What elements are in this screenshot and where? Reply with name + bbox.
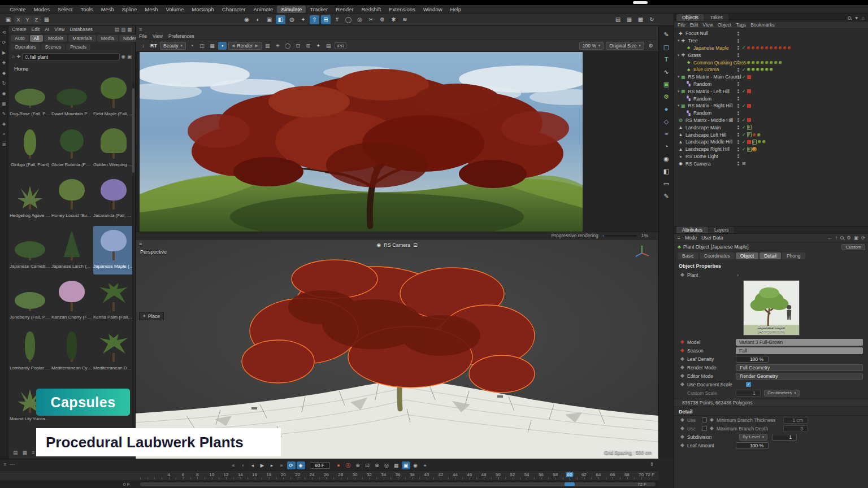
home-icon[interactable]: ⌂ xyxy=(12,54,15,59)
cut-icon[interactable]: ✂ xyxy=(366,15,376,24)
subdivision-mode-select[interactable]: By Level▾ xyxy=(739,434,767,441)
frame-tick-44[interactable]: 44 xyxy=(452,472,459,477)
attr-burger-icon[interactable]: ≡ xyxy=(678,235,680,241)
object-item-rs-matrix-left-hill[interactable]: ▾▦RS Matrix - Left Hill✓ xyxy=(674,88,868,95)
asset-item-honey-locust-sunbur[interactable]: Honey Locust 'Sunbur... xyxy=(51,175,93,224)
attr-tab-detail[interactable]: Detail xyxy=(760,252,781,259)
min-branch-input[interactable]: 1 cm xyxy=(783,417,808,424)
clock-icon[interactable]: ◔ xyxy=(665,143,669,150)
texture-tag-icon[interactable] xyxy=(770,68,773,71)
object-item-grass[interactable]: ▾✚Grass xyxy=(674,51,868,59)
thumbnail-view-icon[interactable]: ▤ xyxy=(13,450,18,455)
asset-item-japanese-camellia-fal[interactable]: Japanese Camellia (Fal... xyxy=(10,226,51,274)
object-item-random[interactable]: ▚Random xyxy=(674,95,868,102)
color-picker-icon[interactable]: ◔ xyxy=(188,42,196,50)
asset-menu-ai[interactable]: AI xyxy=(45,27,49,32)
rotate-tool-icon[interactable]: ↻ xyxy=(2,81,6,86)
object-item-landscape-middle-hill[interactable]: ▲Landscape Middle Hill✓F xyxy=(674,138,868,146)
save-image-icon[interactable]: ↓ xyxy=(139,42,147,50)
magic-solo-icon[interactable]: ✦ xyxy=(298,15,308,24)
fullscreen-icon[interactable]: ⊞ xyxy=(304,42,313,50)
asset-item-field-maple-fall-plant[interactable]: Field Maple (Fall, Plant) xyxy=(93,73,134,122)
render-nav-select[interactable]: ◀Render▶ xyxy=(228,42,262,50)
modeling-icon[interactable]: ▦ xyxy=(2,102,6,106)
frame-tick-4[interactable]: 4 xyxy=(166,472,171,477)
viewport-menu-icon[interactable]: ≡ xyxy=(139,241,142,247)
om-search-icon[interactable] xyxy=(848,16,851,20)
filter-tab-media[interactable]: Media xyxy=(97,35,118,42)
attr-tab-object[interactable]: Object xyxy=(736,252,759,259)
snowflake-icon[interactable]: ✳ xyxy=(274,42,282,50)
render-view-icon[interactable]: ◉ xyxy=(242,15,251,24)
field-tag-icon[interactable]: F xyxy=(747,147,752,152)
om-menu-tags[interactable]: Tags xyxy=(736,22,746,28)
ipr-button[interactable]: IPR xyxy=(335,42,346,49)
enabled-check-icon[interactable]: ✓ xyxy=(742,117,746,123)
attr-lock-icon[interactable]: ▣ xyxy=(854,235,858,241)
user-data-button[interactable]: User Data xyxy=(701,235,723,241)
texture-tag-icon[interactable] xyxy=(774,61,778,64)
deformer-icon[interactable]: ◇ xyxy=(664,119,669,125)
texture-tag-icon[interactable] xyxy=(756,46,760,50)
list-view-icon[interactable]: ▦ xyxy=(23,450,28,455)
frame-tick-66[interactable]: 66 xyxy=(609,472,617,477)
frame-tick-36[interactable]: 36 xyxy=(394,472,402,477)
playhead[interactable] xyxy=(570,471,570,481)
paint-icon[interactable]: ✎ xyxy=(2,112,6,116)
field-sphere-icon[interactable]: ● xyxy=(665,106,669,112)
frame-tick-54[interactable]: 54 xyxy=(523,472,531,477)
menu-window[interactable]: Window xyxy=(419,6,446,13)
visibility-dots[interactable] xyxy=(737,104,739,108)
enabled-check-icon[interactable]: ✓ xyxy=(742,45,746,50)
cube-tool-icon[interactable]: ▢ xyxy=(663,44,669,50)
expander-icon[interactable]: ▾ xyxy=(678,75,680,79)
loop-mode-icon[interactable]: ⟳ xyxy=(287,461,296,469)
capsule-icon[interactable]: ✱ xyxy=(389,15,398,24)
filter-tab-materials[interactable]: Materials xyxy=(68,35,96,42)
display-icon[interactable]: ▭ xyxy=(663,181,669,187)
expander-icon[interactable]: ▾ xyxy=(678,53,680,58)
subtab-operators[interactable]: Operators xyxy=(11,43,40,50)
custom-preset-chip[interactable]: Custom xyxy=(841,244,865,250)
texture-tag-icon[interactable] xyxy=(756,68,760,71)
om-filter-icon[interactable]: ▼ xyxy=(854,15,858,21)
axis-z-button[interactable]: Z xyxy=(32,16,41,24)
frame-tick-64[interactable]: 64 xyxy=(594,472,602,477)
timeline-scrollbar-thumb[interactable] xyxy=(140,482,656,486)
object-item-rs-camera[interactable]: ◉RS Camera⊞ xyxy=(674,160,868,167)
season-select[interactable]: Fall xyxy=(736,347,863,354)
object-item-landscape-main[interactable]: ▲Landscape Main✓F xyxy=(674,124,868,131)
annotate-icon[interactable]: ✎ xyxy=(663,193,669,199)
frame-tick-46[interactable]: 46 xyxy=(466,472,473,477)
texture-tag-icon[interactable] xyxy=(757,133,761,137)
frame-tick-8[interactable]: 8 xyxy=(195,472,199,477)
asset-item-kanzan-cherry-fall-pl[interactable]: Kanzan Cherry (Fall, Pl... xyxy=(51,277,93,325)
enabled-check-icon[interactable]: ✓ xyxy=(742,125,746,130)
crop-icon[interactable]: ⊡ xyxy=(294,42,302,50)
attr-refresh-icon[interactable]: ⟳ xyxy=(861,235,865,241)
snap-icon[interactable]: ◈ xyxy=(2,122,6,127)
spline-tool-icon[interactable]: ∿ xyxy=(663,69,669,75)
menu-spline[interactable]: Spline xyxy=(118,6,141,13)
menu-simulate[interactable]: Simulate xyxy=(277,6,306,13)
expander-icon[interactable]: ▾ xyxy=(678,89,680,94)
frame-tick-52[interactable]: 52 xyxy=(509,472,516,477)
axis-mode-icon[interactable]: ⌖ xyxy=(3,132,6,137)
key-parameter-icon[interactable]: ◎ xyxy=(383,461,391,469)
interactive-render-icon[interactable]: ◧ xyxy=(276,15,285,24)
redshift-tag-icon[interactable] xyxy=(747,75,751,79)
subtab-scenes[interactable]: Scenes xyxy=(41,43,65,50)
render-mode-select[interactable]: Full Geometry xyxy=(736,364,863,371)
modes-icon[interactable]: ◎ xyxy=(355,15,364,24)
sync-icon[interactable]: ◉ xyxy=(121,54,125,59)
object-item-rs-matrix-right-hill[interactable]: ▾▦RS Matrix - Right Hill✓ xyxy=(674,102,868,110)
object-item-common-quaking-grass[interactable]: ♣Common Quaking Grass✓ xyxy=(674,59,868,66)
texture-tag-icon[interactable] xyxy=(752,46,755,50)
timeline-position-marker[interactable] xyxy=(565,482,575,486)
rv-menu-file[interactable]: File xyxy=(139,33,147,39)
visibility-dots[interactable] xyxy=(737,32,739,36)
texture-tag-icon[interactable] xyxy=(770,61,773,64)
object-item-focus-null[interactable]: ✚Focus Null xyxy=(674,30,868,37)
visibility-dots[interactable] xyxy=(737,147,739,151)
texture-tag-icon[interactable] xyxy=(761,46,764,50)
